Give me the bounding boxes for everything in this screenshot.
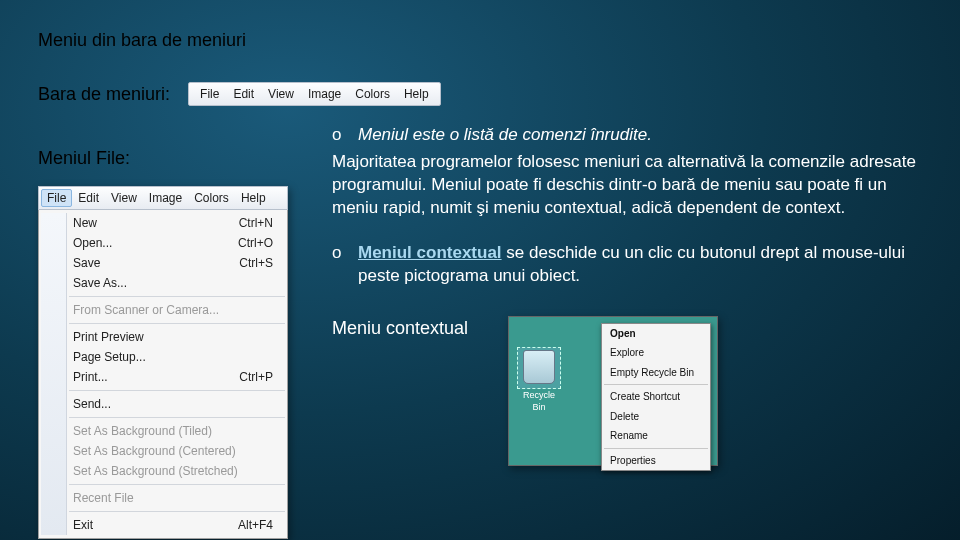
menu-item[interactable]: Page Setup... [39, 347, 287, 367]
bullet-2: o Meniul contextual se deschide cu un cl… [332, 242, 930, 288]
context-menu-screenshot: Recycle Bin OpenExploreEmpty Recycle Bin… [508, 316, 718, 466]
context-menu-item[interactable]: Empty Recycle Bin [602, 363, 710, 383]
menubar-item[interactable]: File [193, 85, 226, 103]
menubar-item[interactable]: Help [397, 85, 436, 103]
slide-title: Meniu din bara de meniuri [38, 30, 246, 51]
file-menu-label: Meniul File: [38, 148, 130, 169]
menu-item[interactable]: SaveCtrl+S [39, 253, 287, 273]
menubar-label: Bara de meniuri: [38, 84, 170, 105]
menu-separator [69, 511, 285, 512]
context-menu-item[interactable]: Delete [602, 407, 710, 427]
menubar-item[interactable]: Colors [348, 85, 397, 103]
file-menu-bar: File Edit View Image Colors Help [38, 186, 288, 210]
menubar-screenshot: File Edit View Image Colors Help [188, 82, 441, 106]
context-menu-item[interactable]: Properties [602, 451, 710, 471]
menu-icon-strip [41, 213, 67, 535]
recycle-bin[interactable]: Recycle Bin [517, 347, 561, 413]
context-menu-item[interactable]: Explore [602, 343, 710, 363]
menubar-item[interactable]: Edit [72, 189, 105, 207]
menubar-item[interactable]: Image [301, 85, 348, 103]
menu-item: Set As Background (Centered) [39, 441, 287, 461]
menubar-item[interactable]: View [105, 189, 143, 207]
bullet-1-text: Meniul este o listă de comenzi înrudite. [358, 124, 652, 147]
paragraph-1: Majoritatea programelor folosesc meniuri… [332, 151, 930, 220]
file-menu-screenshot: File Edit View Image Colors Help NewCtrl… [38, 186, 288, 539]
bullet-marker: o [332, 124, 348, 147]
bullet-marker: o [332, 242, 348, 288]
context-menu-label: Meniu contextual [332, 316, 468, 340]
content-area: o Meniul este o listă de comenzi înrudit… [332, 124, 930, 466]
menubar-item-file[interactable]: File [41, 189, 72, 207]
context-menu-item[interactable]: Create Shortcut [602, 387, 710, 407]
recycle-bin-icon [523, 350, 555, 384]
menubar-item[interactable]: Image [143, 189, 188, 207]
bullet-2-term: Meniul contextual [358, 243, 502, 262]
menu-item: Set As Background (Tiled) [39, 421, 287, 441]
menu-item[interactable]: ExitAlt+F4 [39, 515, 287, 535]
menu-separator [69, 417, 285, 418]
menu-item: From Scanner or Camera... [39, 300, 287, 320]
context-menu: OpenExploreEmpty Recycle BinCreate Short… [601, 323, 711, 472]
menu-separator [69, 484, 285, 485]
bullet-2-text: Meniul contextual se deschide cu un clic… [358, 242, 930, 288]
menu-item[interactable]: NewCtrl+N [39, 213, 287, 233]
menubar-row: Bara de meniuri: File Edit View Image Co… [38, 82, 441, 106]
menu-item[interactable]: Print...Ctrl+P [39, 367, 287, 387]
menu-item[interactable]: Print Preview [39, 327, 287, 347]
menubar-item[interactable]: Edit [226, 85, 261, 103]
file-menu-body: NewCtrl+NOpen...Ctrl+OSaveCtrl+SSave As.… [38, 210, 288, 539]
menu-item[interactable]: Send... [39, 394, 287, 414]
context-menu-row: Meniu contextual Recycle Bin OpenExplore… [332, 316, 930, 466]
menubar-item[interactable]: View [261, 85, 301, 103]
context-menu-item[interactable]: Rename [602, 426, 710, 446]
menu-separator [69, 296, 285, 297]
recycle-bin-label: Recycle Bin [517, 389, 561, 413]
menu-separator [69, 390, 285, 391]
bullet-1: o Meniul este o listă de comenzi înrudit… [332, 124, 930, 147]
context-menu-item[interactable]: Open [602, 324, 710, 344]
menu-item: Set As Background (Stretched) [39, 461, 287, 481]
menu-separator [69, 323, 285, 324]
menu-item[interactable]: Save As... [39, 273, 287, 293]
menubar-item[interactable]: Colors [188, 189, 235, 207]
menu-item: Recent File [39, 488, 287, 508]
menu-separator [604, 384, 708, 385]
menubar-item[interactable]: Help [235, 189, 272, 207]
menu-item[interactable]: Open...Ctrl+O [39, 233, 287, 253]
menu-separator [604, 448, 708, 449]
